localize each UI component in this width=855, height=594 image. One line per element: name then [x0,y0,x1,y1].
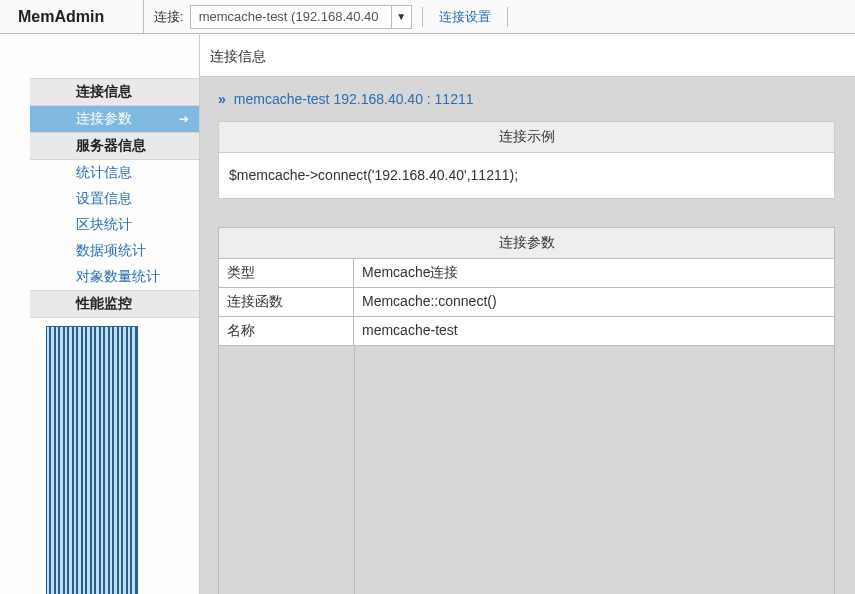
sidebar-item-stats[interactable]: 统计信息 [30,160,199,186]
sidebar-item-label: 区块统计 [76,216,132,232]
arrow-right-icon: ➔ [179,112,189,126]
content: 连接信息 » memcache-test 192.168.40.40 : 112… [200,34,855,594]
sidebar-heading-connection: 连接信息 [30,78,199,106]
separator [507,7,508,27]
param-key: 类型 [219,259,354,287]
sidebar-item-settings[interactable]: 设置信息 [30,186,199,212]
sidebar-item-slab-stats[interactable]: 区块统计 [30,212,199,238]
sidebar-item-object-count[interactable]: 对象数量统计 [30,264,199,290]
connection-selected-text: memcache-test (192.168.40.40 [191,9,391,24]
example-panel-title: 连接示例 [218,121,835,153]
param-key: 连接函数 [219,288,354,316]
param-val: Memcache::connect() [354,288,834,316]
sidebar-item-connection-params[interactable]: 连接参数 ➔ [30,106,199,132]
table-column-divider [354,346,355,594]
content-title: 连接信息 [200,34,855,77]
sidebar: 连接信息 连接参数 ➔ 服务器信息 统计信息 设置信息 区块统计 数据项统计 对… [0,34,200,594]
topbar: MemAdmin 连接: memcache-test (192.168.40.4… [0,0,855,34]
breadcrumb-chevron-icon: » [218,91,226,107]
params-table-empty-area [218,346,835,594]
sidebar-item-label: 连接参数 [76,110,132,126]
sidebar-item-label: 统计信息 [76,164,132,180]
spacer [218,199,835,227]
logo: MemAdmin [0,0,144,33]
params-table: 连接参数 类型 Memcache连接 连接函数 Memcache::connec… [218,227,835,346]
sidebar-item-item-stats[interactable]: 数据项统计 [30,238,199,264]
param-val: Memcache连接 [354,259,834,287]
performance-graph-placeholder [46,326,138,594]
table-row: 名称 memcache-test [219,317,834,345]
param-val: memcache-test [354,317,834,345]
example-panel: 连接示例 $memcache->connect('192.168.40.40',… [218,121,835,199]
breadcrumb: » memcache-test 192.168.40.40 : 11211 [218,91,835,107]
connection-settings-link[interactable]: 连接设置 [433,8,497,26]
sidebar-item-label: 数据项统计 [76,242,146,258]
connection-select[interactable]: memcache-test (192.168.40.40 ▼ [190,5,412,29]
content-body: » memcache-test 192.168.40.40 : 11211 连接… [200,77,855,594]
sidebar-item-label: 对象数量统计 [76,268,160,284]
main: 连接信息 连接参数 ➔ 服务器信息 统计信息 设置信息 区块统计 数据项统计 对… [0,34,855,594]
breadcrumb-text: memcache-test 192.168.40.40 : 11211 [234,91,474,107]
params-table-title: 连接参数 [219,228,834,259]
connection-area: 连接: memcache-test (192.168.40.40 ▼ 连接设置 [144,5,512,29]
sidebar-heading-perf: 性能监控 [30,290,199,318]
separator [422,7,423,27]
example-panel-code: $memcache->connect('192.168.40.40',11211… [218,153,835,199]
param-key: 名称 [219,317,354,345]
table-row: 类型 Memcache连接 [219,259,834,288]
connection-label: 连接: [154,8,184,26]
sidebar-item-label: 设置信息 [76,190,132,206]
table-row: 连接函数 Memcache::connect() [219,288,834,317]
sidebar-heading-server: 服务器信息 [30,132,199,160]
chevron-down-icon[interactable]: ▼ [391,6,411,28]
